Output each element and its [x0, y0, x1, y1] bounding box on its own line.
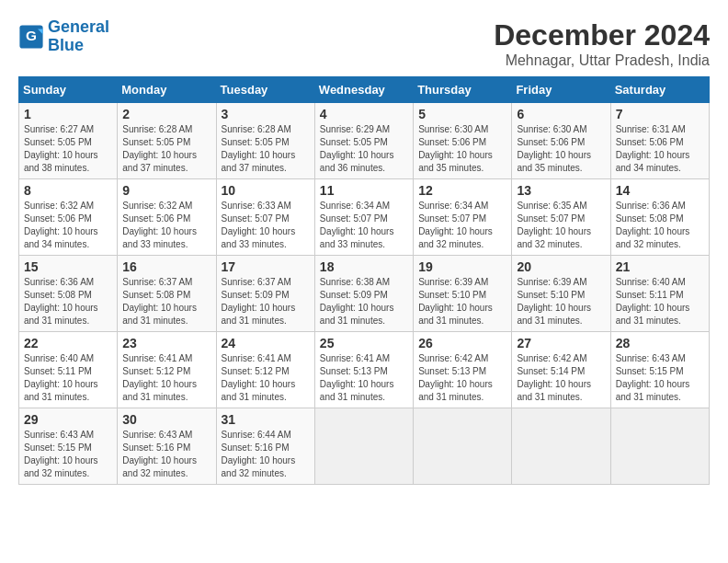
main-title: December 2024: [494, 18, 710, 52]
calendar-cell: 15Sunrise: 6:36 AM Sunset: 5:08 PM Dayli…: [19, 256, 118, 332]
day-info: Sunrise: 6:43 AM Sunset: 5:15 PM Dayligh…: [616, 352, 704, 404]
calendar-cell: 23Sunrise: 6:41 AM Sunset: 5:12 PM Dayli…: [118, 332, 216, 408]
calendar-cell: 11Sunrise: 6:34 AM Sunset: 5:07 PM Dayli…: [314, 179, 413, 256]
day-info: Sunrise: 6:29 AM Sunset: 5:05 PM Dayligh…: [320, 123, 408, 175]
day-info: Sunrise: 6:34 AM Sunset: 5:07 PM Dayligh…: [320, 200, 408, 251]
calendar-cell: 24Sunrise: 6:41 AM Sunset: 5:12 PM Dayli…: [216, 332, 314, 408]
day-info: Sunrise: 6:40 AM Sunset: 5:11 PM Dayligh…: [616, 276, 704, 327]
calendar-week-row: 22Sunrise: 6:40 AM Sunset: 5:11 PM Dayli…: [19, 332, 710, 408]
day-info: Sunrise: 6:36 AM Sunset: 5:08 PM Dayligh…: [24, 276, 112, 327]
calendar-cell: [414, 408, 512, 485]
calendar-cell: 2Sunrise: 6:28 AM Sunset: 5:05 PM Daylig…: [118, 103, 216, 179]
day-number: 24: [222, 336, 310, 350]
calendar-cell: 14Sunrise: 6:36 AM Sunset: 5:08 PM Dayli…: [610, 179, 709, 256]
day-info: Sunrise: 6:39 AM Sunset: 5:10 PM Dayligh…: [418, 276, 506, 327]
day-info: Sunrise: 6:41 AM Sunset: 5:12 PM Dayligh…: [122, 352, 210, 404]
day-info: Sunrise: 6:38 AM Sunset: 5:09 PM Dayligh…: [320, 276, 408, 327]
calendar-cell: 9Sunrise: 6:32 AM Sunset: 5:06 PM Daylig…: [118, 179, 216, 256]
calendar-week-row: 1Sunrise: 6:27 AM Sunset: 5:05 PM Daylig…: [19, 103, 710, 179]
day-number: 18: [320, 259, 408, 274]
subtitle: Mehnagar, Uttar Pradesh, India: [494, 52, 710, 69]
logo: G General Blue: [18, 18, 109, 55]
calendar-cell: 30Sunrise: 6:43 AM Sunset: 5:16 PM Dayli…: [118, 408, 216, 485]
day-number: 12: [418, 183, 506, 198]
calendar-week-row: 8Sunrise: 6:32 AM Sunset: 5:06 PM Daylig…: [19, 179, 710, 256]
day-info: Sunrise: 6:30 AM Sunset: 5:06 PM Dayligh…: [418, 123, 506, 175]
calendar-cell: 8Sunrise: 6:32 AM Sunset: 5:06 PM Daylig…: [19, 179, 118, 256]
calendar-cell: 28Sunrise: 6:43 AM Sunset: 5:15 PM Dayli…: [610, 332, 709, 408]
day-number: 31: [222, 412, 310, 427]
day-number: 27: [517, 336, 605, 350]
day-number: 26: [418, 336, 506, 350]
calendar-cell: [314, 408, 413, 485]
day-info: Sunrise: 6:43 AM Sunset: 5:16 PM Dayligh…: [122, 429, 210, 480]
calendar-cell: 5Sunrise: 6:30 AM Sunset: 5:06 PM Daylig…: [414, 103, 512, 179]
calendar-cell: 3Sunrise: 6:28 AM Sunset: 5:05 PM Daylig…: [216, 103, 314, 179]
day-number: 17: [222, 259, 310, 274]
title-area: December 2024 Mehnagar, Uttar Pradesh, I…: [494, 18, 710, 69]
svg-text:G: G: [26, 28, 37, 43]
header-day-sunday: Sunday: [19, 77, 118, 103]
day-number: 10: [222, 183, 310, 198]
calendar-cell: 27Sunrise: 6:42 AM Sunset: 5:14 PM Dayli…: [512, 332, 610, 408]
calendar-cell: [610, 408, 709, 485]
header-day-tuesday: Tuesday: [216, 77, 314, 103]
day-info: Sunrise: 6:37 AM Sunset: 5:09 PM Dayligh…: [222, 276, 310, 327]
day-info: Sunrise: 6:44 AM Sunset: 5:16 PM Dayligh…: [222, 429, 310, 480]
day-number: 22: [24, 336, 112, 350]
day-number: 30: [122, 412, 210, 427]
calendar-cell: 7Sunrise: 6:31 AM Sunset: 5:06 PM Daylig…: [610, 103, 709, 179]
header: G General Blue December 2024 Mehnagar, U…: [18, 18, 710, 69]
day-info: Sunrise: 6:28 AM Sunset: 5:05 PM Dayligh…: [122, 123, 210, 175]
day-info: Sunrise: 6:41 AM Sunset: 5:13 PM Dayligh…: [320, 352, 408, 404]
calendar-cell: 12Sunrise: 6:34 AM Sunset: 5:07 PM Dayli…: [414, 179, 512, 256]
day-info: Sunrise: 6:41 AM Sunset: 5:12 PM Dayligh…: [222, 352, 310, 404]
day-info: Sunrise: 6:39 AM Sunset: 5:10 PM Dayligh…: [517, 276, 605, 327]
day-number: 6: [517, 107, 605, 121]
day-info: Sunrise: 6:40 AM Sunset: 5:11 PM Dayligh…: [24, 352, 112, 404]
day-info: Sunrise: 6:33 AM Sunset: 5:07 PM Dayligh…: [222, 200, 310, 251]
calendar-cell: 21Sunrise: 6:40 AM Sunset: 5:11 PM Dayli…: [610, 256, 709, 332]
day-number: 3: [222, 107, 310, 121]
day-number: 20: [517, 259, 605, 274]
header-day-thursday: Thursday: [414, 77, 512, 103]
calendar-table: SundayMondayTuesdayWednesdayThursdayFrid…: [18, 76, 710, 485]
day-number: 13: [517, 183, 605, 198]
day-info: Sunrise: 6:32 AM Sunset: 5:06 PM Dayligh…: [122, 200, 210, 251]
day-info: Sunrise: 6:34 AM Sunset: 5:07 PM Dayligh…: [418, 200, 506, 251]
calendar-cell: 17Sunrise: 6:37 AM Sunset: 5:09 PM Dayli…: [216, 256, 314, 332]
calendar-cell: 31Sunrise: 6:44 AM Sunset: 5:16 PM Dayli…: [216, 408, 314, 485]
day-number: 29: [24, 412, 112, 427]
calendar-cell: 18Sunrise: 6:38 AM Sunset: 5:09 PM Dayli…: [314, 256, 413, 332]
calendar-cell: 10Sunrise: 6:33 AM Sunset: 5:07 PM Dayli…: [216, 179, 314, 256]
logo-text: General Blue: [48, 18, 109, 55]
day-info: Sunrise: 6:42 AM Sunset: 5:14 PM Dayligh…: [517, 352, 605, 404]
logo-icon: G: [18, 24, 44, 50]
calendar-cell: 26Sunrise: 6:42 AM Sunset: 5:13 PM Dayli…: [414, 332, 512, 408]
day-info: Sunrise: 6:31 AM Sunset: 5:06 PM Dayligh…: [616, 123, 704, 175]
day-number: 1: [24, 107, 112, 121]
header-day-saturday: Saturday: [610, 77, 709, 103]
day-number: 4: [320, 107, 408, 121]
day-info: Sunrise: 6:37 AM Sunset: 5:08 PM Dayligh…: [122, 276, 210, 327]
calendar-header-row: SundayMondayTuesdayWednesdayThursdayFrid…: [19, 77, 710, 103]
day-number: 25: [320, 336, 408, 350]
day-number: 19: [418, 259, 506, 274]
calendar-cell: 25Sunrise: 6:41 AM Sunset: 5:13 PM Dayli…: [314, 332, 413, 408]
calendar-week-row: 15Sunrise: 6:36 AM Sunset: 5:08 PM Dayli…: [19, 256, 710, 332]
calendar-cell: 22Sunrise: 6:40 AM Sunset: 5:11 PM Dayli…: [19, 332, 118, 408]
calendar-week-row: 29Sunrise: 6:43 AM Sunset: 5:15 PM Dayli…: [19, 408, 710, 485]
day-info: Sunrise: 6:43 AM Sunset: 5:15 PM Dayligh…: [24, 429, 112, 480]
calendar-cell: 4Sunrise: 6:29 AM Sunset: 5:05 PM Daylig…: [314, 103, 413, 179]
day-info: Sunrise: 6:32 AM Sunset: 5:06 PM Dayligh…: [24, 200, 112, 251]
calendar-cell: 16Sunrise: 6:37 AM Sunset: 5:08 PM Dayli…: [118, 256, 216, 332]
day-number: 9: [122, 183, 210, 198]
day-number: 7: [616, 107, 704, 121]
day-number: 23: [122, 336, 210, 350]
day-info: Sunrise: 6:35 AM Sunset: 5:07 PM Dayligh…: [517, 200, 605, 251]
calendar-cell: 1Sunrise: 6:27 AM Sunset: 5:05 PM Daylig…: [19, 103, 118, 179]
day-info: Sunrise: 6:27 AM Sunset: 5:05 PM Dayligh…: [24, 123, 112, 175]
calendar-cell: [512, 408, 610, 485]
day-number: 21: [616, 259, 704, 274]
calendar-cell: 13Sunrise: 6:35 AM Sunset: 5:07 PM Dayli…: [512, 179, 610, 256]
